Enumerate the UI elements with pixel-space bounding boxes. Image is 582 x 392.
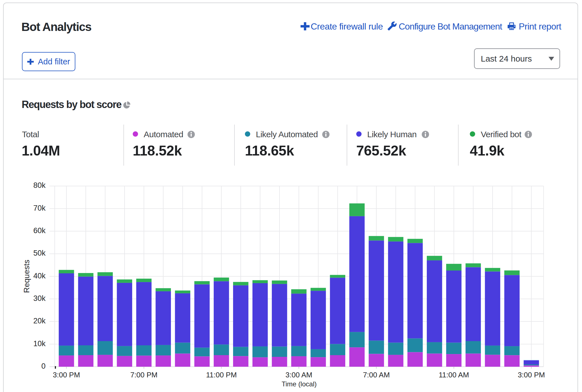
- svg-text:3:00 PM: 3:00 PM: [53, 371, 80, 379]
- svg-text:50k: 50k: [33, 249, 46, 257]
- svg-text:7:00 PM: 7:00 PM: [130, 371, 157, 379]
- svg-text:80k: 80k: [33, 181, 46, 190]
- svg-text:0: 0: [41, 362, 46, 370]
- svg-text:20k: 20k: [33, 317, 46, 325]
- svg-text:10k: 10k: [33, 339, 46, 348]
- svg-text:Requests: Requests: [22, 260, 31, 293]
- svg-text:11:00 AM: 11:00 AM: [439, 371, 469, 379]
- svg-text:11:00 PM: 11:00 PM: [206, 371, 237, 379]
- svg-text:3:00 PM: 3:00 PM: [518, 371, 545, 379]
- svg-text:Time (local): Time (local): [282, 380, 317, 388]
- svg-text:70k: 70k: [33, 204, 46, 212]
- svg-text:7:00 AM: 7:00 AM: [363, 371, 390, 379]
- svg-text:40k: 40k: [33, 272, 46, 280]
- svg-text:30k: 30k: [33, 294, 46, 303]
- svg-text:60k: 60k: [33, 226, 46, 235]
- svg-text:3:00 AM: 3:00 AM: [285, 371, 312, 379]
